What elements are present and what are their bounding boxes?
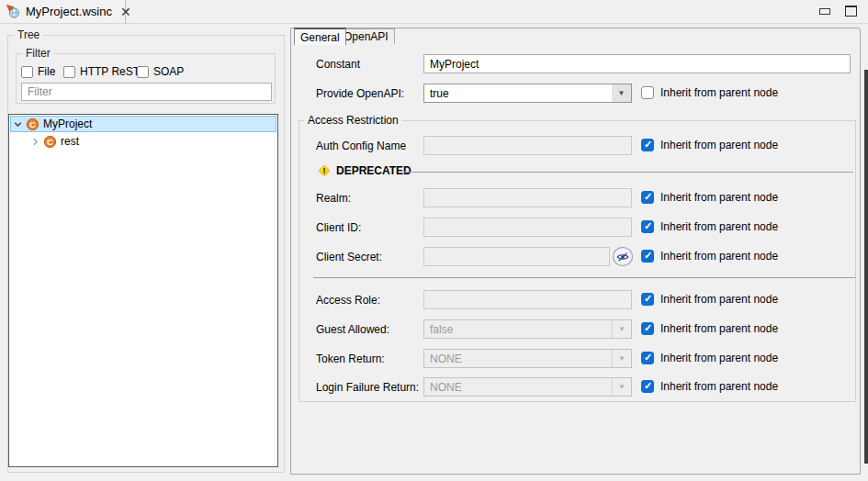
access-role-inherit[interactable]: Inherit from parent node <box>641 293 778 306</box>
constant-label: Constant <box>316 58 360 71</box>
eye-slash-icon[interactable] <box>613 247 633 266</box>
token-return-combo: NONE ▼ <box>423 349 632 368</box>
login-failure-return-combo: NONE ▼ <box>423 377 632 397</box>
minimize-icon[interactable] <box>819 8 830 15</box>
client-id-inherit[interactable]: Inherit from parent node <box>641 220 778 233</box>
section-divider <box>313 277 855 278</box>
editor-tab-title: MyProject.wsinc <box>26 5 112 18</box>
provide-openapi-inherit[interactable]: Inherit from parent node <box>641 86 778 99</box>
tree-item-rest[interactable]: C rest <box>9 133 277 150</box>
inherit-label: Inherit from parent node <box>660 322 778 335</box>
access-role-input <box>423 290 632 309</box>
access-restriction-label: Access Restriction <box>304 114 402 127</box>
realm-inherit[interactable]: Inherit from parent node <box>641 191 778 204</box>
inherit-checkbox[interactable] <box>641 86 654 99</box>
realm-label: Realm: <box>316 192 351 205</box>
chevron-right-icon[interactable] <box>28 138 41 146</box>
tree-item-label: MyProject <box>43 117 92 130</box>
login-failure-return-label: Login Failure Return: <box>316 381 419 394</box>
constant-input[interactable] <box>423 54 851 73</box>
inherit-checkbox[interactable] <box>641 250 654 263</box>
inherit-label: Inherit from parent node <box>660 352 778 364</box>
guest-allowed-combo: false ▼ <box>423 319 632 339</box>
properties-panel: General OpenAPI Constant Provide OpenAPI… <box>290 28 861 475</box>
inherit-checkbox[interactable] <box>641 220 654 233</box>
access-role-label: Access Role: <box>316 294 380 307</box>
inherit-label: Inherit from parent node <box>660 139 778 151</box>
login-failure-return-value: NONE <box>424 381 612 394</box>
token-return-label: Token Return: <box>316 352 385 365</box>
inherit-checkbox[interactable] <box>641 139 654 151</box>
tree-group-label: Tree <box>14 28 43 41</box>
filter-group-label: Filter <box>22 47 54 60</box>
checkbox-file[interactable]: File <box>21 65 55 78</box>
dropdown-arrow-icon: ▼ <box>612 350 631 367</box>
filter-input[interactable] <box>21 83 272 101</box>
inherit-label: Inherit from parent node <box>660 293 778 306</box>
inherit-label: Inherit from parent node <box>660 191 778 204</box>
file-checkbox-box[interactable] <box>21 66 33 78</box>
inherit-label: Inherit from parent node <box>660 250 778 263</box>
warning-icon: ! <box>317 163 332 181</box>
tree-item-label: rest <box>61 135 79 148</box>
wsinc-file-icon <box>6 5 20 18</box>
inherit-checkbox[interactable] <box>641 322 654 335</box>
inherit-checkbox[interactable] <box>641 191 654 204</box>
svg-text:!: ! <box>323 166 326 175</box>
auth-config-name-label: Auth Config Name <box>316 140 406 152</box>
client-id-label: Client ID: <box>316 221 361 234</box>
tab-general[interactable]: General <box>294 28 346 45</box>
dropdown-arrow-icon: ▼ <box>612 378 631 396</box>
close-icon[interactable]: ✕ <box>120 6 131 18</box>
inherit-label: Inherit from parent node <box>660 220 778 233</box>
inherit-checkbox[interactable] <box>641 352 654 364</box>
context-node-icon: C <box>26 117 39 131</box>
tab-openapi-label: OpenAPI <box>344 30 389 43</box>
context-node-icon: C <box>43 135 57 149</box>
tree-view[interactable]: C MyProject C rest <box>8 114 278 467</box>
deprecated-label: DEPRECATED <box>336 164 411 177</box>
editor-tab-myproject-wsinc[interactable]: MyProject.wsinc ✕ <box>0 0 126 23</box>
right-scrollbar-thumb[interactable] <box>864 70 868 464</box>
client-secret-label: Client Secret: <box>316 251 382 263</box>
tree-item-myproject[interactable]: C MyProject <box>10 116 276 132</box>
deprecated-divider <box>403 172 853 173</box>
soap-checkbox-box[interactable] <box>137 66 149 78</box>
auth-config-name-input <box>423 136 632 155</box>
editor-tabbar: MyProject.wsinc ✕ <box>0 0 868 24</box>
tab-general-label: General <box>300 31 340 44</box>
soap-checkbox-label: SOAP <box>153 65 184 78</box>
provide-openapi-combo[interactable]: true ▼ <box>423 84 632 103</box>
guest-allowed-label: Guest Allowed: <box>316 323 389 336</box>
token-return-inherit[interactable]: Inherit from parent node <box>641 352 778 364</box>
svg-text:C: C <box>47 137 53 147</box>
file-checkbox-label: File <box>38 65 55 78</box>
provide-openapi-value: true <box>424 87 612 100</box>
client-id-input <box>423 218 632 237</box>
inherit-checkbox[interactable] <box>641 293 654 306</box>
svg-text:C: C <box>29 119 36 129</box>
guest-allowed-inherit[interactable]: Inherit from parent node <box>641 322 778 335</box>
http-rest-checkbox-label: HTTP ReST <box>80 65 140 78</box>
auth-config-name-inherit[interactable]: Inherit from parent node <box>641 139 778 151</box>
realm-input <box>423 188 632 207</box>
maximize-icon[interactable] <box>845 6 857 17</box>
token-return-value: NONE <box>424 352 612 365</box>
dropdown-arrow-icon[interactable]: ▼ <box>612 84 631 102</box>
dropdown-arrow-icon: ▼ <box>612 320 631 338</box>
chevron-down-icon[interactable] <box>11 120 24 129</box>
inherit-label: Inherit from parent node <box>660 380 778 393</box>
checkbox-soap[interactable]: SOAP <box>137 65 184 78</box>
inherit-label: Inherit from parent node <box>660 86 778 99</box>
http-rest-checkbox-box[interactable] <box>63 66 75 78</box>
client-secret-inherit[interactable]: Inherit from parent node <box>641 250 778 263</box>
client-secret-input <box>423 247 610 266</box>
guest-allowed-value: false <box>424 323 612 336</box>
login-failure-return-inherit[interactable]: Inherit from parent node <box>641 380 778 393</box>
checkbox-http-rest[interactable]: HTTP ReST <box>63 65 140 78</box>
provide-openapi-label: Provide OpenAPI: <box>316 87 404 100</box>
filter-group: Filter File HTTP ReST SOAP <box>16 53 276 104</box>
inherit-checkbox[interactable] <box>641 380 654 393</box>
